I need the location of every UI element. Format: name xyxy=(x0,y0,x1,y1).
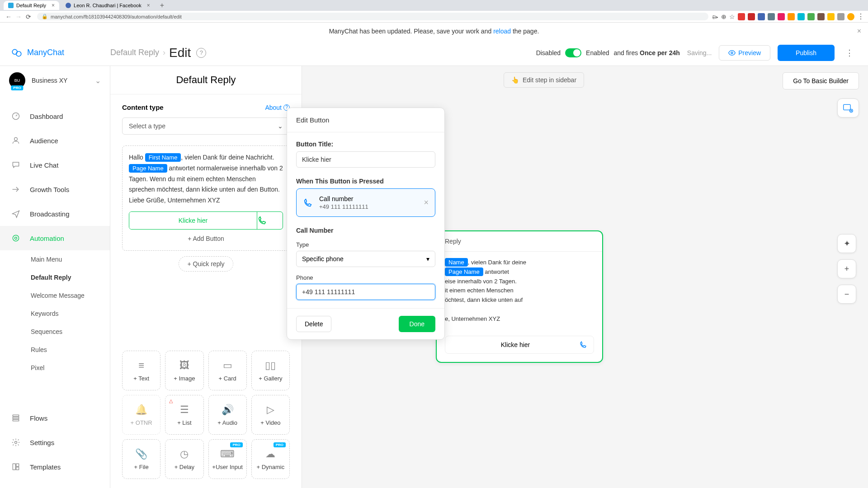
action-call-number[interactable]: Call number +49 111 11111111 × xyxy=(296,188,435,217)
reload-link[interactable]: reload xyxy=(493,28,511,35)
sidebar-sub-main-menu[interactable]: Main Menu xyxy=(0,250,110,268)
sidebar-sub-pixel[interactable]: Pixel xyxy=(0,359,110,377)
star-icon[interactable]: ☆ xyxy=(729,13,735,20)
extension-icon[interactable] xyxy=(788,13,795,20)
chat-icon xyxy=(11,160,21,170)
fires-frequency[interactable]: Once per 24h xyxy=(640,49,680,56)
extension-icon[interactable] xyxy=(827,13,835,20)
sidebar-sub-rules[interactable]: Rules xyxy=(0,341,110,359)
close-icon[interactable]: × xyxy=(147,2,150,9)
preview-button[interactable]: Preview xyxy=(719,45,770,61)
block-delay[interactable]: ◷+ Delay xyxy=(165,439,203,479)
sidebar-item-growth[interactable]: Growth Tools xyxy=(0,177,110,202)
forward-button[interactable]: → xyxy=(14,13,24,20)
new-tab-button[interactable]: + xyxy=(160,1,164,9)
fit-view-button[interactable]: ✦ xyxy=(837,234,856,253)
button-title-input[interactable] xyxy=(296,151,435,168)
enable-toggle[interactable] xyxy=(565,48,581,57)
block-image[interactable]: 🖼+ Image xyxy=(165,351,203,390)
chrome-menu-icon[interactable]: ⋮ xyxy=(857,12,864,21)
sidebar-item-flows[interactable]: Flows xyxy=(0,406,110,430)
sidebar-item-audience[interactable]: Audience xyxy=(0,128,110,153)
sidebar-sub-keywords[interactable]: Keywords xyxy=(0,305,110,323)
gear-icon xyxy=(11,437,21,447)
sidebar-item-templates[interactable]: Templates xyxy=(0,455,110,479)
extension-icon[interactable] xyxy=(738,13,745,20)
phone-type-select[interactable]: Specific phone ▾ xyxy=(296,251,435,267)
message-text[interactable]: Hallo First Name, vielen Dank für deine … xyxy=(129,152,283,206)
done-button[interactable]: Done xyxy=(399,316,435,332)
extension-icon[interactable] xyxy=(837,13,844,20)
block-video[interactable]: ▷+ Video xyxy=(251,395,290,435)
main-canvas[interactable]: Default Reply Content type About ? Selec… xyxy=(110,66,868,488)
zoom-icon[interactable]: ⊕ xyxy=(721,13,726,20)
extension-icon[interactable] xyxy=(778,13,785,20)
sidebar-item-broadcasting[interactable]: Broadcasting xyxy=(0,202,110,226)
variable-first-name[interactable]: First Name xyxy=(145,153,181,162)
bell-icon: 🔔 xyxy=(135,404,147,416)
tab-facebook[interactable]: Leon R. Chaudhari | Facebook × xyxy=(61,1,155,10)
add-step-button[interactable] xyxy=(837,99,859,117)
extension-icon[interactable] xyxy=(797,13,805,20)
delete-button[interactable]: Delete xyxy=(296,316,331,332)
publish-button[interactable]: Publish xyxy=(778,45,835,61)
extension-icon[interactable] xyxy=(807,13,815,20)
eye-icon xyxy=(728,49,736,56)
extension-icon[interactable] xyxy=(758,13,765,20)
extension-icon[interactable] xyxy=(748,13,755,20)
sidebar-item-live-chat[interactable]: Live Chat xyxy=(0,153,110,177)
block-gallery[interactable]: ▯▯+ Gallery xyxy=(251,351,290,390)
sidebar-sub-default-reply[interactable]: Default Reply xyxy=(0,268,110,286)
sidebar-item-automation[interactable]: Automation xyxy=(0,226,110,250)
banner-close-icon[interactable]: × xyxy=(857,27,861,35)
block-card[interactable]: ▭+ Card xyxy=(208,351,247,390)
canvas-reply-node[interactable]: Reply Name, vielen Dank für deine Page N… xyxy=(436,230,603,363)
add-button[interactable]: + Add Button xyxy=(129,230,283,244)
block-user-input[interactable]: PRO⌨+User Input xyxy=(208,439,247,479)
sidebar-sub-sequences[interactable]: Sequences xyxy=(0,323,110,341)
phone-icon xyxy=(579,341,587,349)
block-audio[interactable]: 🔊+ Audio xyxy=(208,395,247,435)
popover-title: Edit Button xyxy=(287,108,444,132)
sidebar-item-settings[interactable]: Settings xyxy=(0,430,110,455)
phone-input[interactable] xyxy=(296,284,435,300)
breadcrumb-item[interactable]: Default Reply xyxy=(110,48,159,57)
help-icon[interactable]: ? xyxy=(196,48,206,58)
block-text[interactable]: ≡+ Text xyxy=(122,351,160,390)
block-file[interactable]: 📎+ File xyxy=(122,439,160,479)
extension-icon[interactable] xyxy=(817,13,825,20)
org-selector[interactable]: PRO Business XY ⌄ xyxy=(0,66,110,95)
extension-icon[interactable] xyxy=(768,13,775,20)
back-button[interactable]: ← xyxy=(4,13,14,20)
svg-rect-11 xyxy=(13,464,15,469)
block-otnr[interactable]: 🔔+ OTNR xyxy=(122,395,160,435)
variable-page-name[interactable]: Page Name xyxy=(129,164,167,173)
logo-text: ManyChat xyxy=(27,48,64,57)
preview-label: Preview xyxy=(738,49,761,56)
avatar-icon[interactable] xyxy=(847,13,854,20)
logo[interactable]: ManyChat xyxy=(11,47,110,59)
saving-status: Saving... xyxy=(687,49,712,56)
remove-action-icon[interactable]: × xyxy=(424,198,429,207)
reload-button[interactable]: ⟳ xyxy=(24,13,33,20)
url-bar[interactable]: 🔒 manychat.com/fb181039442408309/automat… xyxy=(37,13,708,20)
block-list[interactable]: △☰+ List xyxy=(165,395,203,435)
close-icon[interactable]: × xyxy=(52,2,55,9)
sidebar-item-dashboard[interactable]: Dashboard xyxy=(0,104,110,128)
phone-label: Phone xyxy=(296,274,435,281)
go-basic-builder-button[interactable]: Go To Basic Builder xyxy=(783,72,859,89)
sidebar-sub-welcome[interactable]: Welcome Message xyxy=(0,286,110,305)
translate-icon[interactable]: ⌲ xyxy=(712,13,718,20)
message-button[interactable]: Klicke hier xyxy=(129,211,283,230)
block-dynamic[interactable]: PRO☁+ Dynamic xyxy=(251,439,290,479)
node-button[interactable]: Klicke hier xyxy=(445,336,594,354)
tab-default-reply[interactable]: Default Reply × xyxy=(4,1,59,10)
zoom-in-button[interactable]: + xyxy=(837,259,856,278)
content-type-select[interactable]: Select a type ⌄ xyxy=(122,117,290,135)
edit-step-pill[interactable]: 👆 Edit step in sidebar xyxy=(504,72,584,88)
more-menu-icon[interactable]: ⋮ xyxy=(842,48,857,58)
message-card[interactable]: Hallo First Name, vielen Dank für deine … xyxy=(122,145,290,251)
about-link[interactable]: About ? xyxy=(265,104,290,111)
add-quick-reply[interactable]: + Quick reply xyxy=(179,256,233,272)
zoom-out-button[interactable]: − xyxy=(837,285,856,304)
